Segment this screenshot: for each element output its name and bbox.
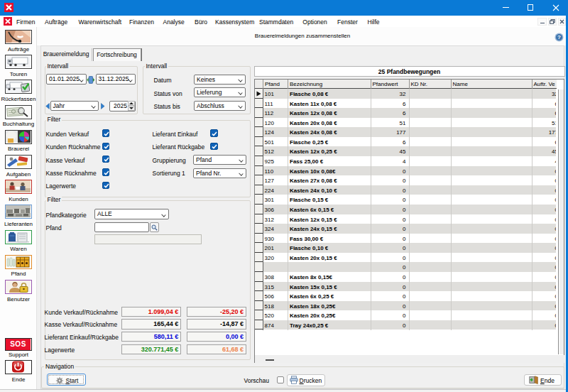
- svg-text:?: ?: [557, 34, 561, 40]
